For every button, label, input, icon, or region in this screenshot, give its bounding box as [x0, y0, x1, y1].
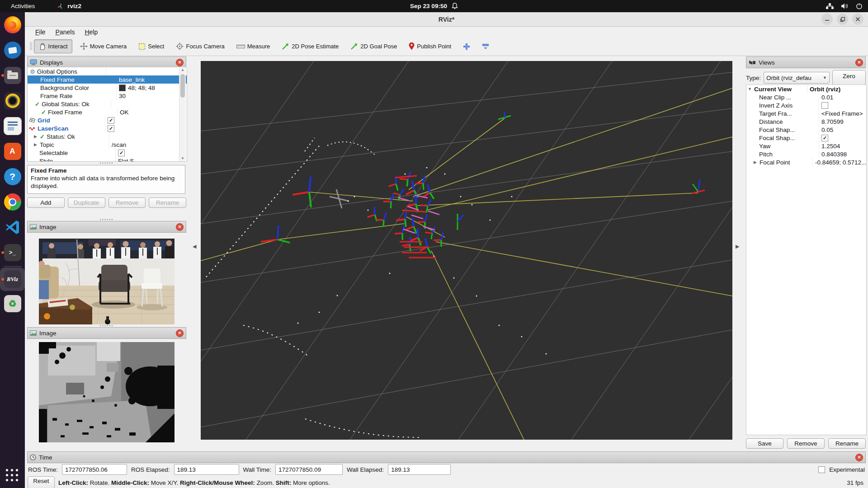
- rename-button[interactable]: Rename: [149, 197, 186, 208]
- view-row-target-frame[interactable]: Target Fra... <Fixed Frame>: [746, 109, 866, 117]
- wall-elapsed-input[interactable]: 189.13: [388, 464, 451, 475]
- view-row-pitch[interactable]: Pitch 0.840398: [746, 150, 866, 158]
- expander-icon[interactable]: ▶: [33, 142, 38, 147]
- ros-elapsed-input[interactable]: 189.13: [174, 464, 239, 475]
- displays-scrollbar[interactable]: ▲▼: [179, 68, 186, 161]
- menu-file[interactable]: File: [31, 28, 50, 37]
- invert-z-checkbox[interactable]: [821, 102, 828, 109]
- panel-close-button[interactable]: [176, 223, 184, 231]
- wall-elapsed-label: Wall Elapsed:: [347, 466, 384, 473]
- view-row-yaw[interactable]: Yaw 1.2504: [746, 142, 866, 150]
- display-row-global-status[interactable]: ✓Global Status: Ok: [28, 100, 187, 108]
- display-row-frame-rate[interactable]: Frame Rate 30: [28, 92, 187, 100]
- add-tool-button[interactable]: [459, 40, 474, 53]
- minus-icon: [482, 43, 489, 47]
- dock-item-vscode[interactable]: [0, 215, 25, 240]
- selectable-checkbox[interactable]: [118, 150, 125, 156]
- tool-publish-point[interactable]: Publish Point: [405, 40, 455, 53]
- display-row-fixed-frame[interactable]: Fixed Frame base_link: [28, 75, 187, 84]
- display-row-fixed-frame-status[interactable]: ✓Fixed Frame OK: [28, 108, 187, 116]
- focal-shape-checkbox[interactable]: [821, 135, 828, 141]
- dock-item-ubuntu-software[interactable]: A: [0, 139, 25, 164]
- maximize-button[interactable]: [837, 14, 848, 25]
- dock-item-trash[interactable]: ♻: [0, 291, 25, 316]
- save-button[interactable]: Save: [746, 438, 783, 449]
- expander-icon[interactable]: ▶: [33, 134, 38, 139]
- ros-time-input[interactable]: 1727077850.06: [62, 464, 127, 475]
- titlebar[interactable]: RViz*: [25, 12, 868, 27]
- view-row-focal-shape-size[interactable]: Focal Shap... 0.05: [746, 126, 866, 134]
- expander-icon[interactable]: ▼: [747, 87, 752, 91]
- reset-button[interactable]: Reset: [28, 476, 55, 488]
- system-status-area[interactable]: [826, 3, 863, 9]
- tool-2d-goal-pose[interactable]: 2D Goal Pose: [346, 40, 401, 53]
- view-row-distance[interactable]: Distance 8.70599: [746, 117, 866, 126]
- enabled-checkbox[interactable]: [108, 125, 114, 132]
- enabled-checkbox[interactable]: [108, 117, 114, 124]
- 3d-viewport[interactable]: [201, 61, 732, 440]
- display-row-laserscan-status[interactable]: ▶✓Status: Ok: [28, 132, 187, 141]
- splitter-handle[interactable]: ••••••: [27, 162, 186, 164]
- tool-move-camera[interactable]: Move Camera: [76, 40, 131, 53]
- display-row-global-options[interactable]: ⚙Global Options: [28, 67, 187, 75]
- tool-interact[interactable]: Interact: [34, 39, 72, 53]
- dock-item-terminal[interactable]: >_: [0, 240, 25, 265]
- clock-menu[interactable]: Sep 23 09:50: [0, 3, 868, 9]
- display-row-background-color[interactable]: Background Color 48; 48; 48: [28, 84, 187, 92]
- display-row-topic[interactable]: ▶Topic /scan: [28, 141, 187, 149]
- views-panel-header[interactable]: Views: [746, 56, 866, 68]
- experimental-checkbox[interactable]: [818, 466, 825, 473]
- view-row-focal-shape-fixed[interactable]: Focal Shap...: [746, 134, 866, 142]
- toolbar-grip[interactable]: ⠿⠿: [29, 42, 32, 51]
- show-applications-button[interactable]: [0, 465, 25, 485]
- dock-item-libreoffice[interactable]: [0, 113, 25, 139]
- panel-close-button[interactable]: [855, 59, 863, 66]
- panel-close-button[interactable]: [855, 454, 863, 461]
- view-row-invert-z[interactable]: Invert Z Axis: [746, 101, 866, 109]
- display-row-grid[interactable]: Grid: [28, 116, 187, 124]
- tool-measure[interactable]: Measure: [232, 40, 274, 52]
- remove-tool-button[interactable]: [478, 41, 493, 52]
- wall-time-input[interactable]: 1727077850.09: [275, 464, 343, 475]
- camera-image-view: [27, 233, 186, 324]
- remove-button[interactable]: Remove: [787, 438, 825, 449]
- displays-panel-header[interactable]: Displays: [27, 56, 186, 68]
- zero-button[interactable]: Zero: [832, 70, 866, 85]
- view-row-near-clip[interactable]: Near Clip ... 0.01: [746, 93, 866, 101]
- rename-button[interactable]: Rename: [828, 438, 866, 449]
- dock-item-help[interactable]: ?: [0, 164, 25, 189]
- tool-2d-pose-estimate[interactable]: 2D Pose Estimate: [278, 40, 343, 53]
- expander-icon[interactable]: ▶: [753, 160, 758, 164]
- tool-focus-camera[interactable]: Focus Camera: [172, 40, 228, 53]
- image-panel-1-header[interactable]: Image: [27, 221, 186, 233]
- collapse-right-arrow[interactable]: ▶: [736, 244, 739, 249]
- duplicate-button[interactable]: Duplicate: [68, 197, 105, 208]
- collapse-left-arrow[interactable]: ◀: [193, 244, 196, 249]
- close-button[interactable]: [852, 14, 863, 25]
- dock-item-rviz[interactable]: RViz: [0, 267, 25, 291]
- image-panel-2-header[interactable]: Image: [27, 327, 186, 339]
- mouse-help-text: Left-Click: Rotate. Middle-Click: Move X…: [58, 479, 330, 486]
- remove-button[interactable]: Remove: [108, 197, 146, 208]
- dock-item-thunderbird[interactable]: [0, 38, 25, 63]
- ros-elapsed-label: ROS Elapsed:: [131, 466, 170, 473]
- dock-item-chrome[interactable]: [0, 189, 25, 215]
- dock-item-rhythmbox[interactable]: [0, 88, 25, 113]
- menu-help[interactable]: Help: [80, 28, 102, 37]
- view-row-current-view[interactable]: ▼Current View Orbit (rviz): [746, 85, 866, 93]
- time-panel-header[interactable]: Time: [27, 451, 866, 463]
- view-type-dropdown[interactable]: Orbit (rviz_defau ▼: [764, 72, 830, 84]
- libreoffice-writer-icon: [4, 117, 22, 135]
- panel-close-button[interactable]: [176, 329, 184, 337]
- display-row-laserscan[interactable]: LaserScan: [28, 124, 187, 132]
- panel-close-button[interactable]: [176, 59, 184, 66]
- view-row-focal-point[interactable]: ▶Focal Point -0.84659; 0.5712...: [746, 158, 866, 166]
- dock-item-files[interactable]: [0, 63, 25, 88]
- dock-item-firefox[interactable]: [0, 12, 25, 38]
- display-row-selectable[interactable]: Selectable: [28, 149, 187, 157]
- scrollbar-handle[interactable]: [180, 74, 185, 98]
- minimize-button[interactable]: [821, 14, 833, 25]
- add-button[interactable]: Add: [27, 197, 65, 208]
- tool-select[interactable]: Select: [134, 40, 168, 53]
- menu-panels[interactable]: Panels: [52, 28, 79, 37]
